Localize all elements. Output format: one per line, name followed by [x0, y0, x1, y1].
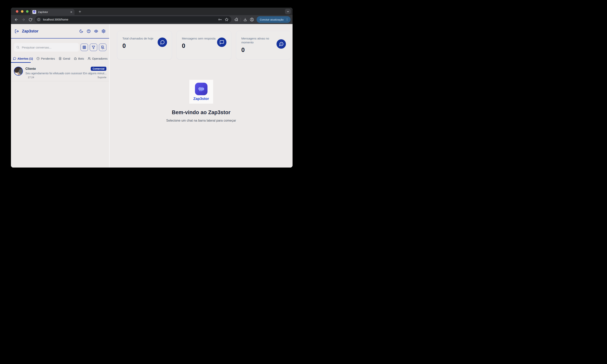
tab-title: Zap3stor: [38, 11, 68, 13]
filter-funnel-icon: [92, 45, 95, 49]
chat-tag-badge: Comercial: [91, 67, 106, 71]
profile-button[interactable]: [249, 16, 255, 23]
tab-favicon: Zap3stor: [32, 10, 36, 14]
app-logo-box: Zap3stor: [189, 80, 213, 104]
star-icon: [225, 18, 229, 22]
mute-notifications-button[interactable]: [99, 44, 106, 51]
downloads-button[interactable]: [242, 16, 248, 23]
active-tab-underline: [11, 62, 31, 63]
eye-icon: [94, 29, 98, 33]
zap3stor-app-icon: [195, 83, 208, 95]
window-controls: [16, 10, 28, 13]
tab-pendentes-label: Pendentes: [41, 57, 55, 60]
search-row: [11, 39, 109, 53]
forward-arrow-icon: [21, 18, 26, 22]
visibility-button[interactable]: [94, 29, 98, 33]
finish-update-button[interactable]: Concluir atualização: [257, 16, 290, 23]
stat-label: Mensagens ativas no momento: [241, 37, 271, 45]
chevron-down-icon: [287, 10, 290, 13]
moon-icon: [79, 29, 83, 33]
id-badge-icon: [58, 57, 62, 60]
search-icon: [16, 46, 19, 49]
close-window-button[interactable]: [16, 10, 18, 13]
extensions-button[interactable]: [233, 16, 239, 23]
tab-geral[interactable]: Geral: [58, 57, 71, 60]
search-conversations-box[interactable]: [14, 43, 79, 52]
browser-tab[interactable]: Zap3stor Zap3stor: [30, 9, 75, 15]
welcome-subtitle: Selecione um chat na barra lateral para …: [166, 119, 236, 122]
tab-bots[interactable]: Bots: [73, 57, 84, 60]
chat-avatar: [14, 67, 23, 76]
tab-abertos-label: Abertos (1): [17, 57, 33, 60]
chat-contact-name: Cliente: [26, 67, 36, 71]
message-circle-icon: [158, 38, 167, 47]
toolbar-separator: [240, 18, 241, 22]
new-tab-button[interactable]: [78, 9, 82, 14]
table-grid-icon: [82, 45, 86, 49]
stat-label: Total chamados de hoje: [122, 37, 158, 40]
filter-button[interactable]: [90, 44, 97, 51]
password-manager-button[interactable]: [218, 18, 222, 22]
tab-operadores-label: Operadores: [92, 57, 107, 60]
finish-update-label: Concluir atualização: [260, 18, 284, 21]
forward-button[interactable]: [20, 16, 26, 23]
url-text[interactable]: localhost:3000/home: [43, 18, 215, 21]
stat-card-sem-resposta: Mensagens sem resposta 0: [177, 31, 231, 59]
welcome-heading: Bem-vindo ao Zap3stor: [172, 109, 230, 116]
settings-button[interactable]: [102, 29, 106, 33]
stat-cards: Total chamados de hoje 0 Mensagens sem r…: [117, 31, 292, 59]
help-button[interactable]: [87, 29, 91, 33]
users-icon: [88, 57, 91, 60]
favicon-text: Zap3stor: [33, 13, 36, 13]
logout-button[interactable]: [15, 29, 19, 33]
zap3stor-logo-icon: [33, 11, 35, 13]
tab-bots-label: Bots: [78, 57, 84, 60]
tab-search-button[interactable]: [285, 9, 291, 14]
grid-view-button[interactable]: [80, 44, 88, 51]
chat-queue-label: Suporte: [97, 76, 106, 79]
sidebar-header: Zap3stor: [11, 24, 109, 39]
clock-icon: [36, 57, 40, 60]
chat-bubble-icon: [13, 57, 16, 60]
sidebar-actions: [79, 29, 106, 33]
stat-label: Mensagens sem resposta: [182, 37, 218, 40]
reload-icon: [28, 18, 32, 22]
minimize-window-button[interactable]: [21, 10, 24, 13]
dark-mode-button[interactable]: [79, 29, 83, 33]
message-square-icon: [217, 38, 226, 47]
stat-card-ativas: Mensagens ativas no momento 0: [236, 31, 291, 59]
bookmark-button[interactable]: [225, 18, 229, 22]
bot-icon: [74, 57, 77, 60]
back-button[interactable]: [13, 16, 20, 23]
user-circle-icon: [250, 17, 254, 22]
browser-window: Zap3stor Zap3stor localhost:30: [11, 8, 292, 168]
zoom-window-button[interactable]: [26, 10, 28, 13]
search-input[interactable]: [21, 46, 77, 49]
menu-three-dots-icon[interactable]: [286, 18, 289, 21]
address-bar[interactable]: localhost:3000/home: [35, 16, 231, 23]
sidebar: Zap3stor: [11, 24, 109, 168]
back-arrow-icon: [14, 18, 18, 22]
app-logo-text: Zap3stor: [193, 97, 209, 101]
tab-close-icon[interactable]: [70, 11, 73, 13]
browser-toolbar: localhost:3000/home Concluir atualização: [11, 15, 292, 24]
stat-card-total-chamados: Total chamados de hoje 0: [117, 31, 172, 59]
gear-icon: [102, 29, 106, 33]
tab-strip: Zap3stor Zap3stor: [11, 8, 292, 15]
site-info-button[interactable]: [36, 17, 41, 22]
chat-list-item[interactable]: Cliente Comercial Seu agendamento foi ef…: [11, 64, 109, 81]
app-content: Zap3stor: [11, 24, 292, 168]
chat-item-content: Cliente Comercial Seu agendamento foi ef…: [26, 67, 106, 79]
tab-pendentes[interactable]: Pendentes: [36, 57, 55, 60]
chat-timestamp: 17:24: [28, 76, 34, 79]
welcome-section: Zap3stor Bem-vindo ao Zap3stor Selecione…: [110, 80, 292, 122]
help-circle-icon: [87, 29, 91, 33]
bell-off-icon: [101, 45, 105, 49]
tab-operadores[interactable]: Operadores: [87, 57, 108, 60]
tab-geral-label: Geral: [63, 57, 70, 60]
chat-message-preview: Seu agendamento foi efetuado com sucesso…: [26, 72, 106, 75]
sidebar-brand: Zap3stor: [22, 29, 79, 33]
reload-button[interactable]: [27, 16, 34, 23]
logout-icon: [15, 29, 19, 33]
tab-abertos[interactable]: Abertos (1): [13, 57, 33, 60]
